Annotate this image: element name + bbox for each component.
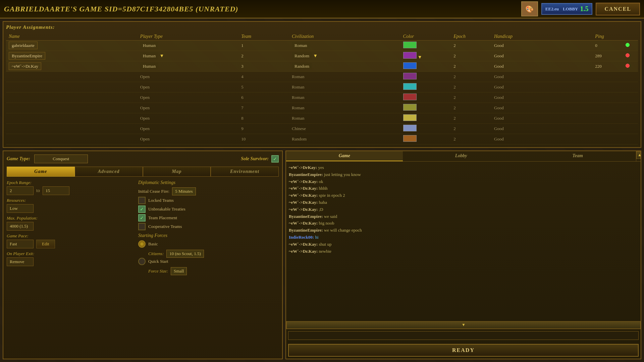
locked-teams-checkbox[interactable] bbox=[138, 197, 146, 204]
open-label: Open bbox=[138, 93, 238, 103]
message-sender: ~eW`->Dr.Kay: bbox=[289, 207, 319, 212]
max-pop-row: Max. Population: 4000 (1.5) bbox=[7, 216, 134, 231]
diplomatic-title: Diplomatic Settings bbox=[138, 180, 279, 185]
handicap-cell: Good bbox=[491, 41, 592, 51]
message-sender: ~eW`->Dr.Kay: bbox=[289, 249, 319, 254]
game-title: gabrieldaarte's Game sid=5D87C1F342804BE… bbox=[4, 5, 238, 13]
table-row: Open 5 Roman 2 Good bbox=[6, 82, 638, 93]
on-exit-value[interactable]: Remove bbox=[7, 257, 34, 266]
tab-game[interactable]: Game bbox=[7, 167, 75, 177]
citizens-row: Citizens: 10 (no Scout, 1.5) bbox=[148, 250, 279, 258]
color-swatch bbox=[403, 73, 417, 79]
ping-cell: 289 bbox=[592, 51, 623, 61]
cancel-button[interactable]: Cancel bbox=[596, 3, 640, 15]
team-cell: 5 bbox=[238, 82, 289, 93]
sole-survivor-checkbox[interactable]: ✓ bbox=[271, 155, 279, 163]
title-right: 🎨 EE2.eu LOBBY 1.5 Cancel bbox=[521, 1, 640, 16]
chat-scroll-up[interactable]: ▲ bbox=[636, 151, 641, 159]
color-swatch[interactable] bbox=[403, 42, 417, 48]
server-label: EE2.eu bbox=[545, 6, 559, 12]
chat-tab-game[interactable]: Game bbox=[286, 151, 403, 161]
message-text: ;D bbox=[319, 207, 323, 212]
handicap-cell: Good bbox=[491, 124, 592, 134]
chat-message: ByzantineEmpire: just letting you know bbox=[289, 171, 638, 178]
game-pace-value[interactable]: Fast bbox=[7, 240, 34, 248]
color-swatch bbox=[403, 104, 417, 111]
chat-tab-team[interactable]: Team bbox=[519, 151, 636, 161]
force-size-value[interactable]: Small bbox=[171, 267, 187, 275]
civ-cell: Random bbox=[289, 134, 400, 144]
chat-message: ~eW`->Dr.Kay: big noob bbox=[289, 220, 638, 227]
epoch-cell: 2 bbox=[451, 124, 491, 134]
resources-value[interactable]: Low bbox=[7, 204, 34, 213]
lobby-badge: EE2.eu LOBBY 1.5 bbox=[541, 3, 593, 15]
chat-messages[interactable]: ~eW`->DrKay: yes ByzantineEmpire: just l… bbox=[286, 162, 641, 321]
game-type-label: Game Type: bbox=[7, 156, 30, 162]
resources-row: Resources: Low bbox=[7, 198, 134, 213]
citizens-value[interactable]: 10 (no Scout, 1.5) bbox=[166, 250, 204, 258]
civ-dropdown[interactable]: ▼ bbox=[313, 53, 318, 58]
player-table: Name Player Type Team Civilization Color… bbox=[6, 33, 638, 144]
player-name: gabrieldaarte bbox=[9, 42, 38, 49]
edit-button[interactable]: Edit bbox=[36, 240, 55, 248]
unbreakable-treaties-label: Unbreakable Treaties bbox=[148, 206, 185, 212]
message-sender: IndieRock00: bbox=[289, 235, 315, 240]
handicap-cell: Good bbox=[491, 103, 592, 113]
team-cell: 1 bbox=[238, 41, 289, 51]
tab-map[interactable]: Map bbox=[143, 167, 211, 177]
color-swatch[interactable] bbox=[403, 62, 417, 69]
epoch-cell: 2 bbox=[451, 61, 491, 72]
chat-message: ~eW`->Dr.Kay: shut up bbox=[289, 241, 638, 248]
team-cell: 8 bbox=[238, 113, 289, 124]
settings-left: Epoch Range: 2 to 15 Resources: Low Max.… bbox=[7, 180, 134, 275]
table-row: Open 6 Roman 2 Good bbox=[6, 93, 638, 103]
ping-status-red bbox=[626, 53, 630, 57]
player-name: ByzantineEmpire bbox=[9, 52, 45, 60]
chat-scroll-down[interactable]: ▼ bbox=[286, 321, 641, 329]
chat-message: ~eW`->Dr.Kay: hhhh bbox=[289, 185, 638, 192]
team-placement-checkbox[interactable]: ✓ bbox=[138, 214, 146, 222]
team-placement-label: Team Placement bbox=[148, 215, 177, 221]
cooperative-teams-checkbox[interactable] bbox=[138, 223, 146, 230]
initial-cease-fire-value[interactable]: 5 Minutes bbox=[172, 187, 196, 195]
player-type-dropdown[interactable]: ▼ bbox=[159, 53, 164, 58]
epoch-range-row: Epoch Range: 2 to 15 bbox=[7, 180, 134, 195]
epoch-cell: 2 bbox=[451, 93, 491, 103]
chat-input[interactable] bbox=[288, 331, 639, 340]
unbreakable-treaties-checkbox[interactable]: ✓ bbox=[138, 205, 146, 213]
epoch-cell: 2 bbox=[451, 113, 491, 124]
team-cell: 10 bbox=[238, 134, 289, 144]
epoch-to[interactable]: 15 bbox=[43, 186, 69, 195]
message-text: shut up bbox=[319, 242, 332, 247]
version-label: 1.5 bbox=[580, 5, 588, 13]
ready-button[interactable]: Ready bbox=[288, 344, 639, 357]
color-dropdown[interactable]: ▼ bbox=[418, 55, 422, 60]
epoch-from[interactable]: 2 bbox=[7, 186, 34, 195]
message-text: ok bbox=[319, 179, 323, 184]
table-row: gabrieldaarte Human 1 Roman 2 Good 0 bbox=[6, 41, 638, 51]
open-label: Open bbox=[138, 72, 238, 82]
tab-advanced[interactable]: Advanced bbox=[75, 167, 143, 177]
handicap-cell: Good bbox=[491, 113, 592, 124]
max-pop-value[interactable]: 4000 (1.5) bbox=[7, 222, 34, 231]
ping-status-green bbox=[626, 43, 630, 47]
epoch-cell: 2 bbox=[451, 72, 491, 82]
open-label: Open bbox=[138, 82, 238, 93]
quick-start-radio[interactable] bbox=[138, 258, 146, 265]
message-sender: ~eW`->Dr.Kay: bbox=[289, 242, 319, 247]
tab-environment[interactable]: Environment bbox=[211, 167, 279, 177]
message-sender: ~eW`->DrKay: bbox=[289, 165, 318, 170]
open-label: Open bbox=[138, 134, 238, 144]
color-swatch[interactable] bbox=[403, 52, 417, 59]
settings-body: Epoch Range: 2 to 15 Resources: Low Max.… bbox=[7, 180, 279, 275]
col-civ: Civilization bbox=[289, 33, 400, 41]
table-row: Open 4 Roman 2 Good bbox=[6, 72, 638, 82]
table-row: Open 9 Chinese 2 Good bbox=[6, 124, 638, 134]
handicap-cell: Good bbox=[491, 72, 592, 82]
cooperative-teams-row: Cooperative Teams bbox=[138, 223, 279, 230]
chat-tab-lobby[interactable]: Lobby bbox=[403, 151, 520, 161]
epoch-cell: 2 bbox=[451, 82, 491, 93]
handicap-cell: Good bbox=[491, 51, 592, 61]
civ-cell: Random bbox=[292, 63, 312, 70]
basic-radio[interactable] bbox=[138, 240, 146, 248]
